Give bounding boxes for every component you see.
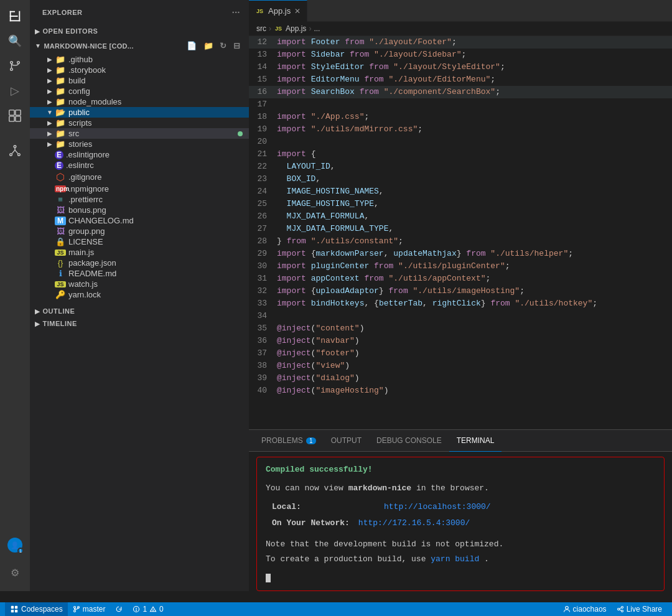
activity-search[interactable]: 🔍 — [4, 30, 26, 52]
activity-extensions[interactable] — [4, 105, 26, 127]
svg-rect-16 — [15, 606, 17, 609]
code-editor[interactable]: 12 import Footer from "./layout/Footer";… — [249, 36, 672, 429]
tree-item-eslintrc[interactable]: ▶ E .eslintrc — [30, 160, 249, 170]
tree-item-readme[interactable]: ▶ ℹ README.md — [30, 268, 249, 279]
activity-settings[interactable]: ⚙ — [4, 561, 26, 584]
collapse-icon[interactable]: ⊟ — [232, 40, 242, 52]
breadcrumb-appjs[interactable]: App.js — [286, 24, 306, 33]
tree-label: main.js — [68, 248, 249, 257]
line-number: 20 — [249, 136, 277, 148]
tree-label: config — [68, 86, 249, 96]
tree-item-watch-js[interactable]: ▶ JS watch.js — [30, 279, 249, 289]
tab-close-icon[interactable]: ✕ — [294, 7, 301, 16]
open-editors-header[interactable]: ▶ OPEN EDITORS — [30, 25, 249, 37]
tree-item-scripts[interactable]: ▶ 📁 scripts — [30, 118, 249, 128]
status-user[interactable]: ciaochaos — [558, 602, 612, 616]
status-codespaces[interactable]: Codespaces — [5, 602, 68, 616]
line-number: 27 — [249, 223, 277, 235]
status-branch[interactable]: master — [68, 602, 111, 616]
panel-tab-output[interactable]: OUTPUT — [324, 430, 369, 452]
folder-icon: 📁 — [55, 65, 66, 75]
editor-area: JS App.js ✕ src › JS App.js › ... 12 imp… — [249, 0, 672, 591]
tree-item-eslintignore[interactable]: ▶ E .eslintignore — [30, 149, 249, 160]
tree-label: scripts — [68, 118, 249, 128]
line-number: 26 — [249, 210, 277, 223]
code-line-31: 31 import appContext from "./utils/appCo… — [249, 273, 672, 285]
more-options-icon[interactable]: ··· — [231, 6, 241, 19]
js-icon: JS — [55, 281, 66, 287]
tree-item-gitignore[interactable]: ▶ ⬡ .gitignore — [30, 170, 249, 184]
git-icon: ⬡ — [55, 171, 66, 183]
tree-item-public[interactable]: ▼ 📂 public — [30, 107, 249, 118]
status-sync[interactable] — [110, 602, 128, 616]
code-line-12: 12 import Footer from "./layout/Footer"; — [249, 36, 672, 49]
tree-item-bonus-png[interactable]: ▶ 🖼 bonus.png — [30, 205, 249, 215]
panel-tab-debug-console[interactable]: DEBUG CONSOLE — [369, 430, 449, 452]
npm-icon: npm — [55, 185, 66, 192]
line-content: import "./utils/mdMirror.css"; — [277, 123, 672, 136]
tree-item-stories[interactable]: ▶ 📁 stories — [30, 139, 249, 149]
line-number: 36 — [249, 335, 277, 347]
svg-rect-15 — [11, 606, 14, 609]
tree-item-github[interactable]: ▶ 📁 .github — [30, 54, 249, 65]
tab-app-js[interactable]: JS App.js ✕ — [249, 0, 307, 22]
activity-explorer[interactable] — [4, 5, 26, 27]
info-icon: ℹ — [55, 269, 66, 278]
line-content: import pluginCenter from "./utils/plugin… — [277, 260, 672, 273]
breadcrumb-more[interactable]: ... — [314, 24, 320, 33]
chevron-right-icon: ▶ — [45, 130, 55, 137]
code-line-27: 27 MJX_DATA_FORMULA_TYPE, — [249, 223, 672, 235]
code-line-35: 35 @inject("content") — [249, 322, 672, 335]
tree-item-license[interactable]: ▶ 🔒 LICENSE — [30, 236, 249, 247]
tree-label: .prettierrc — [68, 195, 249, 204]
panel-tab-problems[interactable]: PROBLEMS 1 — [254, 430, 324, 452]
tree-item-config[interactable]: ▶ 📁 config — [30, 86, 249, 96]
tree-label: .npmignore — [68, 184, 249, 194]
svg-point-6 — [11, 68, 13, 71]
activity-git[interactable] — [4, 139, 26, 162]
tree-item-changelog[interactable]: ▶ M CHANGELOG.md — [30, 215, 249, 226]
line-content: LAYOUT_ID, — [277, 161, 672, 173]
terminal-box: Compiled successfully! You can now view … — [256, 457, 665, 591]
svg-point-26 — [153, 610, 154, 611]
tree-item-node-modules[interactable]: ▶ 📁 node_modules — [30, 96, 249, 107]
activity-source-control[interactable] — [4, 55, 26, 77]
codespaces-icon — [10, 605, 19, 614]
tree-item-storybook[interactable]: ▶ 📁 .storybook — [30, 65, 249, 75]
line-number: 14 — [249, 61, 277, 73]
activity-run[interactable]: ▷ — [4, 80, 26, 102]
line-content: import {markdownParser, updateMathjax} f… — [277, 248, 672, 260]
branch-label: master — [83, 605, 106, 614]
line-number: 31 — [249, 273, 277, 285]
new-file-icon[interactable]: 📄 — [185, 40, 198, 52]
svg-point-27 — [565, 607, 568, 610]
svg-point-19 — [73, 607, 75, 609]
panel-tab-terminal[interactable]: TERMINAL — [449, 430, 502, 452]
status-errors[interactable]: 1 0 — [128, 602, 168, 616]
tree-item-npmignore[interactable]: ▶ npm .npmignore — [30, 184, 249, 194]
line-content: import SearchBox from "./component/Searc… — [277, 86, 672, 98]
tree-item-build[interactable]: ▶ 📁 build — [30, 75, 249, 86]
code-line-23: 23 BOX_ID, — [249, 173, 672, 185]
line-number: 40 — [249, 385, 277, 397]
chevron-right-icon: ▶ — [45, 88, 55, 95]
tree-item-prettierrc[interactable]: ▶ ≡ .prettierrc — [30, 194, 249, 205]
status-live-share[interactable]: Live Share — [612, 602, 667, 616]
terminal-content[interactable]: Compiled successfully! You can now view … — [249, 452, 672, 591]
breadcrumb-src[interactable]: src — [256, 24, 266, 33]
line-number: 34 — [249, 310, 277, 322]
tree-item-package-json[interactable]: ▶ {} package.json — [30, 258, 249, 268]
new-folder-icon[interactable]: 📁 — [202, 40, 215, 52]
activity-account[interactable]: 👤 1 — [4, 534, 26, 556]
project-header[interactable]: ▼ MARKDOWN-NICE [COD... 📄 📁 ↻ ⊟ — [30, 37, 249, 54]
open-editors-label: OPEN EDITORS — [43, 27, 98, 35]
line-number: 18 — [249, 111, 277, 123]
timeline-header[interactable]: ▶ TIMELINE — [30, 317, 249, 330]
refresh-icon[interactable]: ↻ — [218, 40, 228, 52]
tree-item-group-png[interactable]: ▶ 🖼 group.png — [30, 226, 249, 236]
outline-header[interactable]: ▶ OUTLINE — [30, 305, 249, 317]
tree-item-yarn-lock[interactable]: ▶ 🔑 yarn.lock — [30, 289, 249, 300]
tree-item-main-js[interactable]: ▶ JS main.js — [30, 247, 249, 258]
tree-item-src[interactable]: ▶ 📁 src — [30, 128, 249, 139]
line-number: 23 — [249, 173, 277, 185]
